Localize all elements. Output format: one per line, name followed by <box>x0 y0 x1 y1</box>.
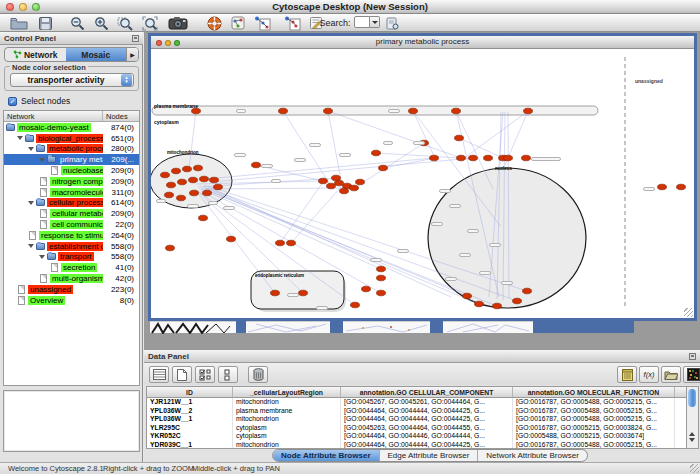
edge-tool-icon[interactable] <box>250 15 274 31</box>
tree-row[interactable]: multi-organism pro42(0) <box>4 273 139 284</box>
tree-row[interactable]: transport558(0) <box>4 252 139 263</box>
graph-node[interactable] <box>524 108 533 114</box>
node-color-dropdown[interactable]: transporter activity ▲▼ <box>10 73 134 87</box>
graph-node[interactable] <box>183 166 192 172</box>
graph-node[interactable] <box>377 266 386 272</box>
network-canvas[interactable]: plasma membrane cytoplasm mitochondrion … <box>151 49 694 318</box>
zoom-out-button[interactable] <box>66 15 88 31</box>
tree-row[interactable]: biological_process651(0) <box>4 133 139 144</box>
node-tool-icon[interactable] <box>280 15 304 31</box>
tab-network-attribute-browser[interactable]: Network Attribute Browser <box>478 450 586 461</box>
zoom-selected-button[interactable] <box>113 15 137 31</box>
table-row[interactable]: YJR121W__1mitochondrion[GO:0045267, GO:0… <box>147 398 686 407</box>
birdseye-view-panel[interactable] <box>3 390 140 452</box>
open-session-button[interactable] <box>8 15 30 31</box>
graph-node[interactable] <box>457 155 466 161</box>
tree-expander-icon[interactable] <box>39 255 45 262</box>
scrollbar-thumb[interactable] <box>688 389 696 407</box>
close-window-icon[interactable] <box>6 3 14 11</box>
tree-expander-icon[interactable] <box>28 147 34 154</box>
graph-node[interactable] <box>319 178 328 184</box>
graph-node[interactable] <box>190 190 199 196</box>
background-window-sliver[interactable] <box>330 321 343 333</box>
graph-node[interactable] <box>409 108 418 114</box>
scroll-up-icon[interactable] <box>689 429 695 436</box>
tree-row[interactable]: primary metabo209(... <box>4 154 139 165</box>
graph-node[interactable] <box>165 192 174 198</box>
tree-col-network[interactable]: Network <box>4 111 103 121</box>
app-resize-grip[interactable] <box>690 464 699 473</box>
graph-node[interactable] <box>276 240 285 246</box>
graph-node[interactable] <box>430 155 439 161</box>
float-panel-icon[interactable] <box>132 35 139 42</box>
attribute-checklist-button[interactable] <box>195 366 215 383</box>
tree-col-nodes[interactable]: Nodes <box>103 111 139 121</box>
graph-node[interactable] <box>350 185 359 191</box>
graph-node[interactable] <box>214 184 223 190</box>
float-panel-icon[interactable] <box>689 353 696 360</box>
layout-tool-icon[interactable] <box>228 15 248 31</box>
graph-node[interactable] <box>194 165 203 171</box>
graph-node[interactable] <box>192 108 201 114</box>
graph-node[interactable] <box>356 179 365 185</box>
graph-node[interactable] <box>658 184 667 190</box>
tree-expander-icon[interactable] <box>28 244 34 251</box>
graph-node[interactable] <box>299 290 308 296</box>
graph-node[interactable] <box>199 215 208 221</box>
graph-node[interactable] <box>469 155 478 161</box>
graph-node[interactable] <box>271 290 280 296</box>
tree-row[interactable]: nucleobase-209(0) <box>4 165 139 176</box>
graph-node[interactable] <box>523 288 532 294</box>
graph-node[interactable] <box>677 184 686 190</box>
background-window-sliver[interactable] <box>246 321 330 333</box>
graph-node[interactable] <box>377 290 386 296</box>
background-window-sliver[interactable] <box>430 321 443 333</box>
graph-node[interactable] <box>372 150 381 156</box>
table-column-header[interactable]: _cellularLayoutRegion <box>233 387 341 397</box>
matrix-view-button[interactable] <box>683 366 700 383</box>
graph-node[interactable] <box>379 165 388 171</box>
graph-node[interactable] <box>463 293 472 299</box>
search-input[interactable] <box>354 16 370 28</box>
minimize-window-icon[interactable] <box>19 3 27 11</box>
tree-row[interactable]: nitrogen compo209(0) <box>4 176 139 187</box>
tree-expander-icon[interactable] <box>39 158 45 165</box>
graph-node[interactable] <box>324 108 333 114</box>
graph-node[interactable] <box>203 190 212 196</box>
search-dropdown-arrow-icon[interactable] <box>370 16 380 28</box>
graph-node[interactable] <box>504 155 513 161</box>
table-column-header[interactable]: annotation.GO CELLULAR_COMPONENT <box>341 387 513 397</box>
graph-node[interactable] <box>161 172 170 178</box>
graph-node[interactable] <box>351 302 360 308</box>
function-builder-button[interactable]: f(x) <box>639 366 659 383</box>
graph-node[interactable] <box>452 108 461 114</box>
graph-node[interactable] <box>377 275 386 281</box>
background-window-sliver[interactable] <box>150 321 236 333</box>
tree-row[interactable]: Overview8(0) <box>4 295 139 306</box>
graph-node[interactable] <box>252 162 261 168</box>
help-lifering-icon[interactable] <box>202 15 226 31</box>
table-column-header[interactable]: ID <box>147 387 233 397</box>
import-attributes-button[interactable] <box>661 366 681 383</box>
tab-network[interactable]: Network <box>5 48 66 61</box>
graph-node[interactable] <box>493 303 502 309</box>
delete-attribute-trash-button[interactable] <box>248 366 268 383</box>
tab-node-attribute-browser[interactable]: Node Attribute Browser <box>273 450 380 461</box>
graph-node[interactable] <box>167 182 176 188</box>
tree-row[interactable]: cell communicat22(0) <box>4 219 139 230</box>
table-scrollbar[interactable] <box>687 386 699 449</box>
search-options-button[interactable] <box>384 15 400 31</box>
window-resize-grip[interactable] <box>684 308 693 317</box>
table-row[interactable]: YPL036W__2plasma membrane[GO:0044464, GO… <box>147 407 686 416</box>
tree-row[interactable]: response to stimulu264(0) <box>4 230 139 241</box>
zoom-window-icon[interactable] <box>32 3 40 11</box>
tree-expander-icon[interactable] <box>17 136 23 143</box>
graph-node[interactable] <box>227 236 236 242</box>
snapshot-camera-button[interactable] <box>164 15 192 31</box>
background-window-sliver[interactable] <box>443 321 533 333</box>
graph-node[interactable] <box>327 183 336 189</box>
table-row[interactable]: YKR052Ccytoplasm[GO:0044464, GO:0044446,… <box>147 432 686 441</box>
graph-node[interactable] <box>210 177 219 183</box>
select-nodes-checkbox[interactable]: ✓ <box>8 97 17 106</box>
tree-row[interactable]: establishment of lo558(0) <box>4 241 139 252</box>
